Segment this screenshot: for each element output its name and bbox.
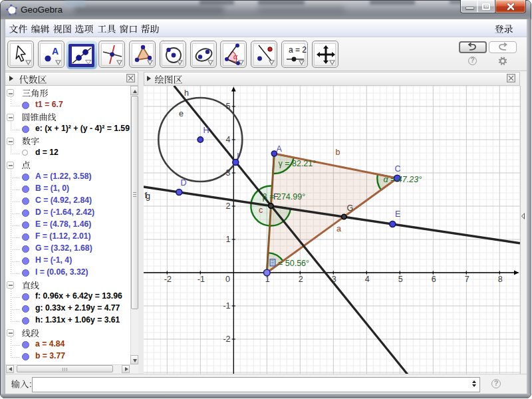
svg-text:α = 47.23°: α = 47.23° — [383, 175, 422, 184]
svg-text:C: C — [394, 164, 400, 174]
svg-text:γ = 82.21°: γ = 82.21° — [278, 159, 316, 168]
svg-text:A: A — [52, 46, 59, 57]
svg-text:1: 1 — [225, 235, 230, 244]
svg-text:6: 6 — [431, 275, 436, 284]
svg-text:H: H — [203, 126, 209, 135]
svg-text:4: 4 — [364, 275, 369, 284]
svg-text:5: 5 — [398, 275, 402, 284]
svg-text:0: 0 — [225, 275, 230, 284]
svg-text:2: 2 — [298, 275, 303, 284]
svg-text:e: e — [179, 109, 184, 118]
svg-text:-1: -1 — [223, 301, 230, 311]
svg-text:g: g — [146, 192, 150, 201]
svg-text:7: 7 — [464, 275, 469, 284]
svg-text:β = 274.99°: β = 274.99° — [262, 192, 305, 201]
svg-text:D: D — [180, 178, 186, 188]
svg-text:a: a — [336, 224, 341, 233]
svg-text:I: I — [237, 152, 239, 161]
svg-text:2: 2 — [225, 201, 230, 211]
svg-text:4: 4 — [225, 135, 230, 144]
svg-text:h: h — [184, 88, 189, 98]
svg-text:-2: -2 — [164, 275, 171, 284]
svg-text:8: 8 — [497, 275, 502, 284]
svg-text:a = 2: a = 2 — [289, 45, 307, 55]
svg-text:-2: -2 — [223, 334, 230, 344]
svg-text:A: A — [276, 144, 282, 154]
svg-text:E: E — [395, 209, 400, 219]
svg-text:G: G — [346, 203, 353, 213]
svg-text:c: c — [259, 205, 263, 215]
svg-text:b: b — [335, 148, 340, 157]
svg-text:= 50.56°: = 50.56° — [278, 259, 309, 268]
svg-text:-1: -1 — [197, 275, 204, 284]
